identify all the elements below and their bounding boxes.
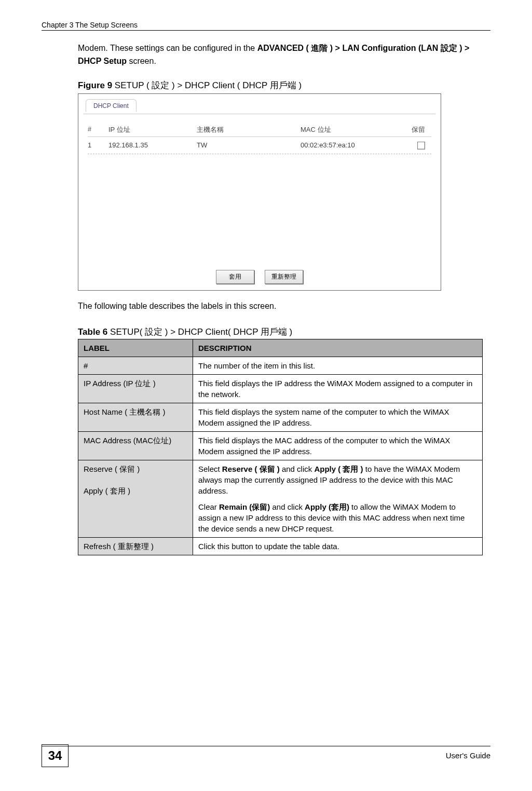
def-row-number: # The number of the item in this list. bbox=[78, 357, 483, 375]
def-label: Reserve ( 保留 ) Apply ( 套用 ) bbox=[78, 460, 193, 538]
definition-table: LABEL DESCRIPTION # The number of the it… bbox=[78, 339, 483, 555]
txt-bold: Remain (保留) bbox=[219, 502, 270, 511]
intro-text-prefix: Modem. These settings can be configured … bbox=[78, 44, 257, 52]
def-row-reserve-apply: Reserve ( 保留 ) Apply ( 套用 ) Select Reser… bbox=[78, 460, 483, 538]
tab-dhcp-client[interactable]: DHCP Client bbox=[86, 99, 137, 112]
cell-ip: 192.168.1.35 bbox=[108, 141, 197, 149]
paragraph-table-intro: The following table describes the labels… bbox=[78, 300, 490, 313]
col-ip: IP 位址 bbox=[108, 125, 197, 134]
header-label: LABEL bbox=[78, 339, 193, 357]
table-caption: Table 6 SETUP( 設定 ) > DHCP Client( DHCP … bbox=[78, 326, 490, 338]
def-desc: This field displays the MAC address of t… bbox=[193, 432, 483, 460]
col-host: 主機名稱 bbox=[197, 125, 301, 134]
txt: and click bbox=[280, 465, 315, 473]
def-label: # bbox=[78, 357, 193, 375]
col-number: # bbox=[88, 125, 108, 134]
def-row-hostname: Host Name ( 主機名稱 ) This field displays t… bbox=[78, 403, 483, 432]
table-row: 1 192.168.1.35 TW 00:02:e3:57:ea:10 bbox=[88, 137, 431, 154]
table-header-row: # IP 位址 主機名稱 MAC 位址 保留 bbox=[88, 123, 431, 137]
figure-caption: Figure 9 SETUP ( 設定 ) > DHCP Client ( DH… bbox=[78, 79, 490, 91]
def-label-line2: Apply ( 套用 ) bbox=[84, 486, 130, 495]
table-label: Table 6 bbox=[78, 327, 107, 337]
reserve-checkbox[interactable] bbox=[417, 142, 425, 149]
table-title: SETUP( 設定 ) > DHCP Client( DHCP 用戶端 ) bbox=[107, 327, 292, 337]
def-desc: Click this button to update the table da… bbox=[193, 538, 483, 555]
cell-mac: 00:02:e3:57:ea:10 bbox=[301, 141, 394, 149]
intro-text-suffix: screen. bbox=[127, 57, 156, 65]
cell-host: TW bbox=[197, 141, 301, 149]
refresh-button[interactable]: 重新整理 bbox=[265, 270, 303, 284]
def-desc: Select Reserve ( 保留 ) and click Apply ( … bbox=[193, 460, 483, 538]
footer-guide-label: User's Guide bbox=[446, 751, 490, 760]
cell-reserve bbox=[394, 141, 425, 149]
txt-bold: Apply (套用) bbox=[305, 502, 349, 511]
def-desc: The number of the item in this list. bbox=[193, 357, 483, 375]
def-table-header: LABEL DESCRIPTION bbox=[78, 339, 483, 357]
def-label-line1: Reserve ( 保留 ) bbox=[84, 465, 140, 473]
cell-num: 1 bbox=[88, 141, 108, 149]
def-row-mac: MAC Address (MAC位址) This field displays … bbox=[78, 432, 483, 460]
def-label: Refresh ( 重新整理 ) bbox=[78, 538, 193, 555]
dhcp-client-table: # IP 位址 主機名稱 MAC 位址 保留 1 192.168.1.35 TW… bbox=[88, 123, 431, 154]
def-desc: This field displays the IP address the W… bbox=[193, 375, 483, 403]
figure-label: Figure 9 bbox=[78, 80, 112, 90]
def-desc: This field displays the system name of t… bbox=[193, 403, 483, 432]
running-header: Chapter 3 The Setup Screens bbox=[42, 21, 490, 29]
txt-bold: Apply ( 套用 ) bbox=[314, 465, 363, 473]
page-number: 34 bbox=[42, 744, 69, 767]
button-bar: 套用 重新整理 bbox=[78, 270, 441, 284]
header-rule bbox=[42, 30, 490, 31]
txt-bold: Reserve ( 保留 ) bbox=[222, 465, 280, 473]
apply-button[interactable]: 套用 bbox=[216, 270, 254, 284]
def-row-ip: IP Address (IP 位址 ) This field displays … bbox=[78, 375, 483, 403]
txt: Clear bbox=[198, 502, 219, 511]
txt: Select bbox=[198, 465, 222, 473]
screenshot-figure: DHCP Client # IP 位址 主機名稱 MAC 位址 保留 1 192… bbox=[78, 93, 441, 291]
def-label: IP Address (IP 位址 ) bbox=[78, 375, 193, 403]
txt: and click bbox=[270, 502, 305, 511]
tab-baseline bbox=[84, 114, 435, 114]
figure-title: SETUP ( 設定 ) > DHCP Client ( DHCP 用戶端 ) bbox=[112, 80, 302, 90]
col-reserve: 保留 bbox=[394, 125, 425, 134]
footer-rule bbox=[42, 746, 490, 746]
header-description: DESCRIPTION bbox=[193, 339, 483, 357]
col-mac: MAC 位址 bbox=[301, 125, 394, 134]
def-label: MAC Address (MAC位址) bbox=[78, 432, 193, 460]
def-label: Host Name ( 主機名稱 ) bbox=[78, 403, 193, 432]
def-row-refresh: Refresh ( 重新整理 ) Click this button to up… bbox=[78, 538, 483, 555]
intro-paragraph: Modem. These settings can be configured … bbox=[78, 42, 490, 68]
